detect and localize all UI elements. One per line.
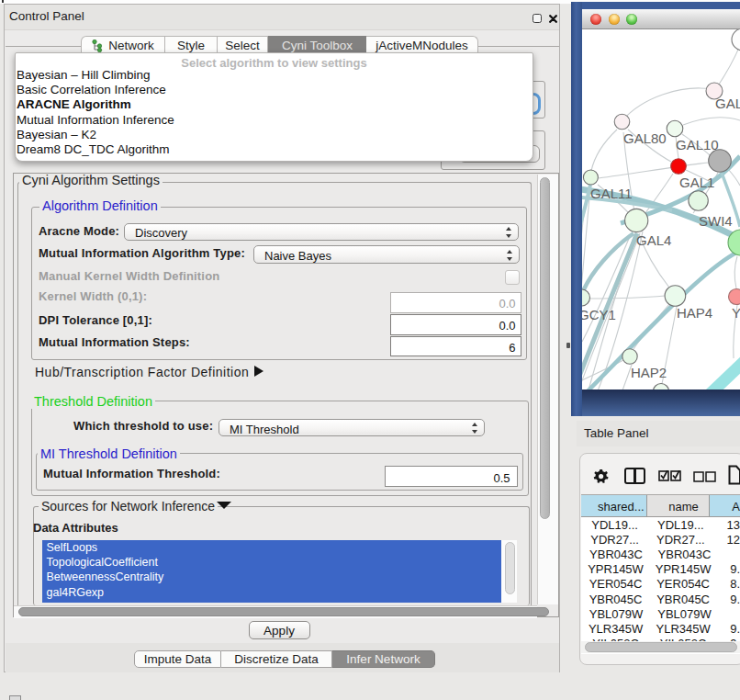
svg-text:SWI4: SWI4 bbox=[699, 213, 733, 229]
svg-text:YJ: YJ bbox=[732, 305, 740, 321]
svg-text:GAL10: GAL10 bbox=[676, 137, 719, 152]
svg-text:HAP4: HAP4 bbox=[677, 305, 712, 321]
svg-text:GAL11: GAL11 bbox=[590, 186, 633, 201]
svg-text:GAL1: GAL1 bbox=[679, 175, 714, 190]
svg-text:HAP2: HAP2 bbox=[631, 365, 667, 380]
svg-text:GAL4: GAL4 bbox=[636, 232, 671, 248]
svg-text:GAL7: GAL7 bbox=[715, 96, 740, 111]
svg-text:GAL80: GAL80 bbox=[623, 130, 667, 146]
svg-text:GCY1: GCY1 bbox=[582, 307, 616, 322]
